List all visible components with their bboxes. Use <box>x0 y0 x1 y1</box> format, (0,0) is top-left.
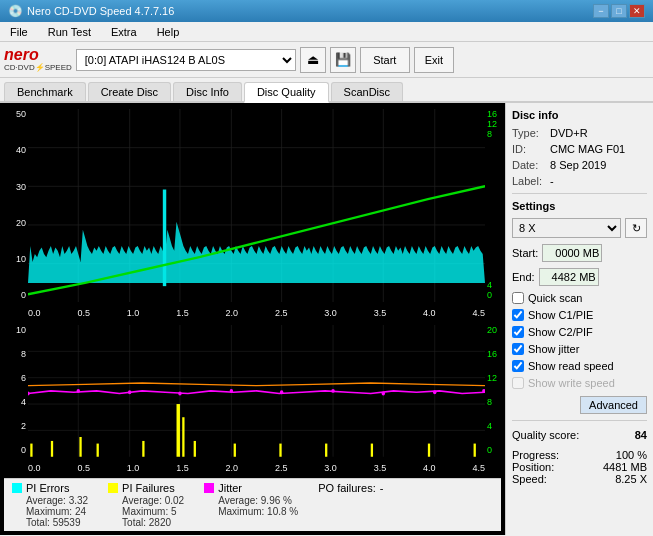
speed-disp-row: Speed: 8.25 X <box>512 473 647 485</box>
svg-rect-38 <box>371 444 373 457</box>
lower-x-axis: 0.0 0.5 1.0 1.5 2.0 2.5 3.0 3.5 4.0 4.5 <box>28 459 485 477</box>
tab-create-disc[interactable]: Create Disc <box>88 82 171 101</box>
menu-run-test[interactable]: Run Test <box>42 24 97 40</box>
show-read-speed-row: Show read speed <box>512 360 647 372</box>
svg-rect-34 <box>194 441 196 457</box>
show-write-speed-checkbox[interactable] <box>512 377 524 389</box>
upper-x-axis: 0.0 0.5 1.0 1.5 2.0 2.5 3.0 3.5 4.0 4.5 <box>28 304 485 322</box>
menu-file[interactable]: File <box>4 24 34 40</box>
tab-scandisc[interactable]: ScanDisc <box>331 82 403 101</box>
svg-point-48 <box>382 392 385 396</box>
eject-button[interactable]: ⏏ <box>300 47 326 73</box>
svg-rect-27 <box>30 444 32 457</box>
exit-button[interactable]: Exit <box>414 47 454 73</box>
lower-chart-inner <box>28 325 485 457</box>
jitter-label: Jitter <box>218 482 242 494</box>
position-label: Position: <box>512 461 554 473</box>
chart-area: 50 40 30 20 10 0 16 12 8 4 0 <box>0 103 505 535</box>
titlebar-controls: − □ ✕ <box>593 4 645 18</box>
disc-label-val: - <box>550 175 554 187</box>
menu-extra[interactable]: Extra <box>105 24 143 40</box>
start-button[interactable]: Start <box>360 47 410 73</box>
svg-rect-35 <box>234 444 236 457</box>
po-failures-value: - <box>380 482 384 494</box>
position-row: Position: 4481 MB <box>512 461 647 473</box>
titlebar-title: Nero CD-DVD Speed 4.7.7.16 <box>23 5 593 17</box>
upper-chart-inner: /* These are generated programmatically … <box>28 109 485 302</box>
svg-rect-33 <box>182 417 184 457</box>
pi-failures-average: Average: 0.02 <box>122 495 184 506</box>
quick-scan-checkbox[interactable] <box>512 292 524 304</box>
upper-y-axis-left: 50 40 30 20 10 0 <box>4 107 28 302</box>
quality-score-row: Quality score: 84 <box>512 429 647 441</box>
upper-y-axis-right: 16 12 8 4 0 <box>485 107 501 302</box>
settings-section-label: Settings <box>512 200 647 212</box>
app-icon: 💿 <box>8 4 23 18</box>
divider-2 <box>512 420 647 421</box>
svg-rect-13 <box>163 190 166 287</box>
disc-label-key: Label: <box>512 175 546 187</box>
svg-rect-28 <box>51 441 53 457</box>
disc-date-row: Date: 8 Sep 2019 <box>512 159 647 171</box>
tab-benchmark[interactable]: Benchmark <box>4 82 86 101</box>
start-mb-input[interactable] <box>542 244 602 262</box>
svg-rect-32 <box>177 404 180 457</box>
svg-point-44 <box>178 392 181 396</box>
svg-rect-29 <box>79 437 81 457</box>
divider-1 <box>512 193 647 194</box>
jitter-average: Average: 9.96 % <box>218 495 298 506</box>
svg-point-43 <box>128 390 131 394</box>
save-button[interactable]: 💾 <box>330 47 356 73</box>
svg-rect-30 <box>97 444 99 457</box>
speed-row: 8 X ↻ <box>512 218 647 238</box>
speed-select[interactable]: 8 X <box>512 218 621 238</box>
jitter-maximum: Maximum: 10.8 % <box>218 506 298 517</box>
menu-help[interactable]: Help <box>151 24 186 40</box>
maximize-button[interactable]: □ <box>611 4 627 18</box>
show-read-speed-checkbox[interactable] <box>512 360 524 372</box>
progress-value: 100 % <box>616 449 647 461</box>
refresh-button[interactable]: ↻ <box>625 218 647 238</box>
drive-select[interactable]: [0:0] ATAPI iHAS124 B AL0S <box>76 49 296 71</box>
upper-chart-svg: /* These are generated programmatically … <box>28 109 485 302</box>
pi-errors-total: Total: 59539 <box>26 517 88 528</box>
progress-row: Progress: 100 % <box>512 449 647 461</box>
pi-errors-average: Average: 3.32 <box>26 495 88 506</box>
minimize-button[interactable]: − <box>593 4 609 18</box>
position-value: 4481 MB <box>603 461 647 473</box>
show-c1-row: Show C1/PIE <box>512 309 647 321</box>
svg-rect-36 <box>279 444 281 457</box>
speed-disp-label: Speed: <box>512 473 547 485</box>
advanced-button[interactable]: Advanced <box>580 396 647 414</box>
end-mb-row: End: <box>512 268 647 286</box>
show-c2-row: Show C2/PIF <box>512 326 647 338</box>
close-button[interactable]: ✕ <box>629 4 645 18</box>
quick-scan-label: Quick scan <box>528 292 582 304</box>
legend-pi-failures: PI Failures Average: 0.02 Maximum: 5 Tot… <box>108 482 184 528</box>
toolbar: nero CD·DVD⚡SPEED [0:0] ATAPI iHAS124 B … <box>0 42 653 78</box>
titlebar: 💿 Nero CD-DVD Speed 4.7.7.16 − □ ✕ <box>0 0 653 22</box>
show-c1-checkbox[interactable] <box>512 309 524 321</box>
pi-errors-maximum: Maximum: 24 <box>26 506 88 517</box>
tabbar: Benchmark Create Disc Disc Info Disc Qua… <box>0 78 653 103</box>
svg-rect-31 <box>142 441 144 457</box>
disc-type-key: Type: <box>512 127 546 139</box>
tab-disc-info[interactable]: Disc Info <box>173 82 242 101</box>
show-jitter-checkbox[interactable] <box>512 343 524 355</box>
svg-point-47 <box>331 389 334 393</box>
quality-score-value: 84 <box>635 429 647 441</box>
legend-pi-errors: PI Errors Average: 3.32 Maximum: 24 Tota… <box>12 482 88 528</box>
speed-disp-value: 8.25 X <box>615 473 647 485</box>
end-mb-input[interactable] <box>539 268 599 286</box>
svg-rect-37 <box>325 444 327 457</box>
pi-failures-color <box>108 483 118 493</box>
show-c2-checkbox[interactable] <box>512 326 524 338</box>
pi-errors-color <box>12 483 22 493</box>
show-write-speed-label: Show write speed <box>528 377 615 389</box>
disc-id-key: ID: <box>512 143 546 155</box>
tab-disc-quality[interactable]: Disc Quality <box>244 82 329 103</box>
quick-scan-row: Quick scan <box>512 292 647 304</box>
show-write-speed-row: Show write speed <box>512 377 647 389</box>
show-read-speed-label: Show read speed <box>528 360 614 372</box>
legend-bar: PI Errors Average: 3.32 Maximum: 24 Tota… <box>4 478 501 531</box>
